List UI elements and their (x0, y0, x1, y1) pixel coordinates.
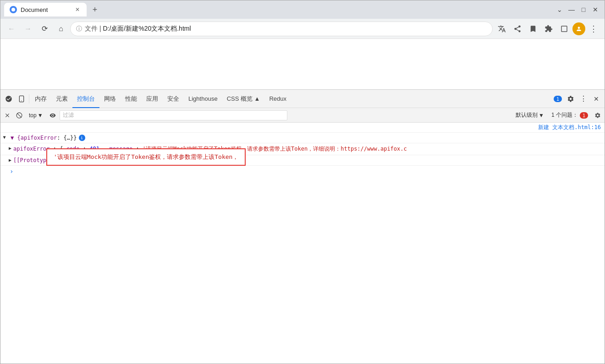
extensions-button[interactable] (541, 22, 556, 36)
page-content (0, 39, 605, 89)
devtools-badge-button[interactable]: 1 (551, 92, 564, 105)
expand-arrow-prototype[interactable]: ▶ (9, 158, 11, 163)
address-bar[interactable]: ⓘ 文件 | D:/桌面/新建%20文本文档.html (70, 22, 493, 36)
devtools-tab-security[interactable]: 安全 (163, 90, 184, 108)
address-text: 文件 | D:/桌面/新建%20文本文档.html (85, 25, 487, 33)
source-link[interactable]: 新建 文本文档.html:16 (538, 124, 601, 131)
devtools-tab-network[interactable]: 网络 (99, 90, 121, 108)
devtools-issues-badge: 1 (554, 96, 562, 102)
tab-container: Document ✕ + (4, 3, 101, 16)
level-dropdown-arrow: ▼ (539, 112, 544, 119)
context-dropdown-arrow: ▼ (38, 112, 43, 119)
console-level-dropdown[interactable]: 默认级别 ▼ (513, 110, 547, 120)
devtools-tab-application[interactable]: 应用 (142, 90, 163, 108)
devtools-inspect-button[interactable] (2, 92, 15, 105)
console-filter-placeholder: 过滤 (63, 111, 74, 119)
window-menu-button[interactable]: ⌄ (554, 4, 565, 15)
refresh-button[interactable]: ⟳ (37, 22, 52, 36)
svg-point-1 (21, 100, 22, 101)
devtools-device-button[interactable] (15, 92, 28, 105)
devtools-tab-memory[interactable]: 内存 (30, 90, 51, 108)
title-bar-left: Document ✕ + (4, 3, 552, 16)
console-settings-button[interactable] (593, 110, 603, 120)
tab-favicon (10, 6, 17, 13)
address-security-icon: ⓘ (76, 25, 82, 33)
info-icon[interactable]: i (79, 135, 85, 141)
title-bar: Document ✕ + ⌄ — □ ✕ (0, 0, 605, 19)
console-issues-badge: 1 (580, 112, 588, 119)
console-filter-input[interactable]: 过滤 (60, 110, 288, 120)
devtools-tab-console[interactable]: 控制台 (72, 90, 99, 108)
maximize-button[interactable]: □ (578, 4, 589, 15)
expand-arrow-apifoxerror[interactable]: ▶ (9, 146, 11, 151)
svg-line-3 (17, 113, 21, 117)
tab-title: Document (21, 6, 70, 13)
close-button[interactable]: ✕ (590, 4, 601, 15)
new-tab-button[interactable]: + (88, 3, 101, 16)
share-button[interactable] (510, 22, 525, 36)
chrome-menu-button[interactable]: ⋮ (586, 22, 601, 36)
devtools-tab-elements[interactable]: 元素 (51, 90, 72, 108)
console-eye-button[interactable] (48, 110, 58, 120)
tab-close-button[interactable]: ✕ (74, 6, 81, 13)
back-button[interactable]: ← (4, 22, 19, 36)
chrome-window: Document ✕ + ⌄ — □ ✕ ← → ⟳ ⌂ ⓘ 文件 | D:/桌… (0, 0, 605, 364)
console-content: 新建 文本文档.html:16 ▶ ▼ {apifoxError: {…}} i… (0, 123, 605, 177)
nav-bar: ← → ⟳ ⌂ ⓘ 文件 | D:/桌面/新建%20文本文档.html (0, 19, 605, 39)
console-issues-label: 1 个问题： (551, 111, 578, 119)
devtools-tabs: 内存 元素 控制台 网络 性能 应用 安全 Lighthouse CSS 概览 … (0, 90, 605, 108)
browser-tab[interactable]: Document ✕ (4, 3, 87, 16)
console-toolbar: top ▼ 过滤 默认级别 ▼ 1 个问题： 1 (0, 108, 605, 123)
address-value: D:/桌面/新建%20文本文档.html (103, 25, 191, 32)
devtools-tab-lighthouse[interactable]: Lighthouse (184, 90, 222, 108)
console-entry-object: ▶ ▼ {apifoxError: {…}} i (0, 133, 605, 143)
devtools-panel: 内存 元素 控制台 网络 性能 应用 安全 Lighthouse CSS 概览 … (0, 89, 605, 309)
console-entry-prototype: ▶ [[Prototype]] : Object (0, 155, 605, 166)
expand-arrow-object[interactable]: ▶ (2, 136, 7, 139)
source-link-row: 新建 文本文档.html:16 (0, 123, 605, 133)
devtools-settings-button[interactable] (564, 92, 577, 105)
devtools-divider (29, 94, 29, 103)
profile-button[interactable] (572, 22, 585, 35)
console-input-line[interactable]: › (0, 166, 605, 177)
console-clear-button[interactable] (2, 110, 12, 120)
console-context-dropdown[interactable]: top ▼ (26, 110, 46, 120)
console-object-text: ▼ { (11, 135, 21, 141)
side-panel-button[interactable] (557, 22, 572, 36)
forward-button[interactable]: → (21, 22, 35, 36)
devtools-close-button[interactable]: ✕ (590, 92, 603, 105)
devtools-tab-performance[interactable]: 性能 (121, 90, 142, 108)
console-level-label: 默认级别 (516, 111, 538, 119)
address-prefix: 文件 | (85, 25, 103, 32)
console-issues-area: 1 个问题： 1 (549, 111, 591, 119)
console-entry-apifoxerror: ▶ apifoxError : { code : 401 , message :… (0, 143, 605, 155)
console-context-label: top (29, 112, 37, 119)
minimize-button[interactable]: — (566, 4, 577, 15)
console-wrapper: 新建 文本文档.html:16 ▶ ▼ {apifoxError: {…}} i… (0, 123, 605, 309)
translate-button[interactable] (495, 22, 509, 36)
home-button[interactable]: ⌂ (54, 22, 68, 36)
bookmark-button[interactable] (526, 22, 540, 36)
console-prompt: › (10, 168, 13, 175)
svg-rect-0 (19, 96, 23, 102)
window-controls: ⌄ — □ ✕ (554, 4, 601, 15)
console-no-icon-button[interactable] (14, 110, 24, 120)
nav-right-buttons: ⋮ (495, 22, 601, 36)
devtools-tab-redux[interactable]: Redux (264, 90, 291, 108)
devtools-tab-css-overview[interactable]: CSS 概览 ▲ (222, 90, 265, 108)
devtools-more-button[interactable]: ⋮ (577, 92, 590, 105)
